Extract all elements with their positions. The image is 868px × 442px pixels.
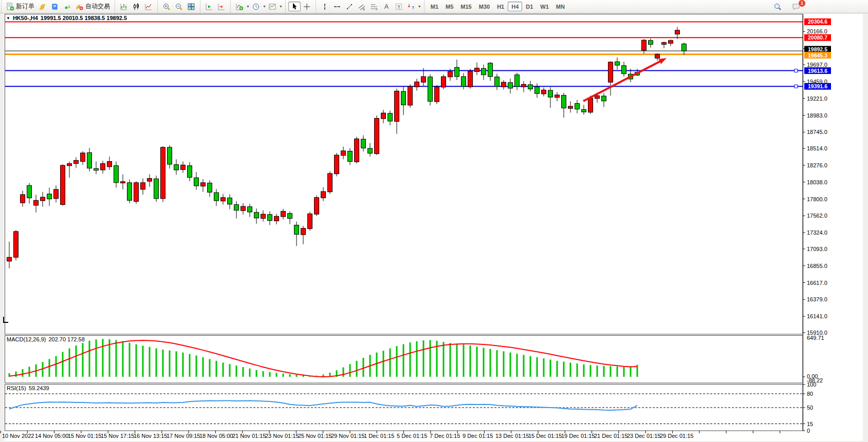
horizontal-line-button[interactable] <box>331 2 343 11</box>
indicators-icon <box>235 3 244 11</box>
chart-shift-button[interactable] <box>203 2 215 11</box>
zoom-in-button[interactable] <box>160 2 173 11</box>
chat-button[interactable]: 1 <box>790 2 802 11</box>
timeframe-m5[interactable]: M5 <box>442 2 457 11</box>
crosshair-icon <box>303 3 311 11</box>
toolbar-group <box>200 0 229 13</box>
template-icon <box>268 3 276 11</box>
svg-text:23 Nov 01:15: 23 Nov 01:15 <box>265 433 299 439</box>
svg-text:20080.7: 20080.7 <box>808 34 827 41</box>
timeframe-h1[interactable]: H1 <box>493 2 508 11</box>
collapse-arrow-icon[interactable]: ▼ <box>6 16 10 21</box>
trendline-icon <box>345 3 354 11</box>
timeframe-m1[interactable]: M1 <box>427 2 442 11</box>
chart-area: 20166.019925.019697.019459.019221.018983… <box>0 13 868 442</box>
templates-button[interactable] <box>266 2 279 11</box>
svg-text:16855.0: 16855.0 <box>807 263 827 269</box>
svg-text:18514.0: 18514.0 <box>807 145 827 151</box>
text-button[interactable]: A <box>380 2 393 11</box>
svg-text:19613.6: 19613.6 <box>808 68 827 74</box>
rsi-name: RSI(15) <box>7 385 26 391</box>
cursor-icon <box>290 3 299 11</box>
macd-name: MACD(12,26,9) <box>7 336 46 342</box>
shift-icon <box>205 3 213 11</box>
candles-chart-button[interactable] <box>130 2 142 11</box>
mt4-window: 新订单自动交易▼▼▼EFAT▼M1M5M15M30H1H4D1W1MN1 201… <box>0 0 868 442</box>
chart-canvas[interactable]: 20166.019925.019697.019459.019221.018983… <box>0 13 868 442</box>
svg-text:17 Nov 09:15: 17 Nov 09:15 <box>167 433 200 439</box>
svg-text:9 Dec 01:15: 9 Dec 01:15 <box>463 433 493 439</box>
indicators-button[interactable] <box>233 2 246 11</box>
textA-icon: A <box>382 3 391 11</box>
timeframe-d1-label: D1 <box>526 4 533 10</box>
auto-trading-button[interactable]: 自动交易 <box>73 2 112 11</box>
bars-chart-button[interactable] <box>118 2 130 11</box>
svg-text:F: F <box>376 8 378 11</box>
gold-button[interactable] <box>36 2 49 11</box>
arrows-button[interactable] <box>405 2 417 11</box>
new-order-button[interactable]: 新订单 <box>4 2 36 11</box>
hline-icon <box>333 3 341 11</box>
svg-text:100: 100 <box>807 381 816 388</box>
periods-button[interactable] <box>250 2 262 11</box>
search-button[interactable] <box>771 2 784 11</box>
timeframe-w1[interactable]: W1 <box>537 2 552 11</box>
svg-text:17093.0: 17093.0 <box>807 246 827 252</box>
timeframe-h4[interactable]: H4 <box>508 2 522 11</box>
scrollend-icon <box>217 3 226 11</box>
signals-button[interactable] <box>61 2 73 11</box>
timeframe-m15[interactable]: M15 <box>457 2 475 11</box>
svg-text:16141.0: 16141.0 <box>807 313 827 319</box>
autotrade-icon <box>76 3 84 11</box>
dropdown-caret-icon[interactable]: ▼ <box>418 5 421 8</box>
timeframe-m15-label: M15 <box>460 4 471 10</box>
svg-text:18038.0: 18038.0 <box>807 179 827 185</box>
vertical-line-button[interactable] <box>319 2 331 11</box>
svg-text:19845.3: 19845.3 <box>808 52 827 59</box>
news-book-button[interactable] <box>49 2 61 11</box>
timeframe-mn[interactable]: MN <box>552 2 568 11</box>
fibonacci-button[interactable]: F <box>368 2 380 11</box>
dropdown-caret-icon[interactable]: ▼ <box>246 5 250 8</box>
line-chart-button[interactable] <box>142 2 155 11</box>
timeframe-m30[interactable]: M30 <box>475 2 493 11</box>
svg-text:15 Dec 01:15: 15 Dec 01:15 <box>528 433 562 439</box>
svg-text:10 Nov 2022: 10 Nov 2022 <box>2 433 34 439</box>
svg-text:17800.0: 17800.0 <box>807 196 827 202</box>
trendline-button[interactable] <box>343 2 356 11</box>
svg-text:80: 80 <box>807 391 813 397</box>
timeframe-h1-label: H1 <box>497 4 504 10</box>
labelT-icon: T <box>395 3 403 11</box>
timeframe-m5-label: M5 <box>446 4 453 10</box>
vline-icon <box>321 3 329 11</box>
dropdown-caret-icon[interactable]: ▼ <box>279 5 283 8</box>
svg-text:23 Dec 01:15: 23 Dec 01:15 <box>627 433 660 439</box>
timeframe-d1[interactable]: D1 <box>522 2 537 11</box>
rsi-label: RSI(15) 59.2439 <box>7 385 49 391</box>
auto-scroll-button[interactable] <box>215 2 228 11</box>
equidistant-channel-button[interactable]: E <box>356 2 368 11</box>
svg-text:0: 0 <box>807 428 810 434</box>
clock-icon <box>252 3 260 11</box>
candles-icon <box>132 3 140 11</box>
tile-windows-button[interactable] <box>185 2 197 11</box>
svg-text:18276.0: 18276.0 <box>807 162 827 168</box>
zoomin-icon <box>162 3 171 11</box>
zoom-out-button[interactable] <box>173 2 185 11</box>
svg-text:19 Dec 01:15: 19 Dec 01:15 <box>561 433 595 439</box>
svg-text:18 Nov 05:00: 18 Nov 05:00 <box>199 433 233 439</box>
text-label-button[interactable]: T <box>393 2 405 11</box>
dropdown-caret-icon[interactable]: ▼ <box>263 5 266 8</box>
tile-icon <box>187 3 195 11</box>
timeframe-m1-label: M1 <box>431 4 438 10</box>
svg-text:7 Dec 01:15: 7 Dec 01:15 <box>430 433 460 439</box>
crosshair-button[interactable] <box>301 2 313 11</box>
timeframe-h4-label: H4 <box>511 4 519 10</box>
timeframe-w1-label: W1 <box>540 4 549 10</box>
svg-text:14 Nov 05:00: 14 Nov 05:00 <box>35 433 68 439</box>
cursor-button[interactable] <box>288 2 301 11</box>
bars-icon <box>120 3 128 11</box>
fibo-icon: F <box>370 3 378 11</box>
svg-text:19221.0: 19221.0 <box>807 95 827 102</box>
signal-icon <box>63 3 71 11</box>
